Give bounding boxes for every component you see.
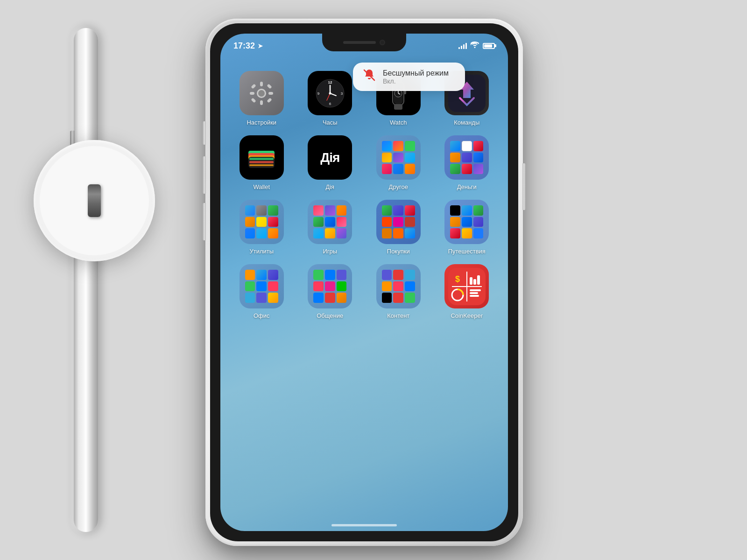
svg-text:9: 9: [317, 91, 320, 96]
clock-icon[interactable]: 12 3 6 9: [308, 71, 352, 115]
svg-rect-37: [249, 161, 274, 163]
svg-rect-38: [249, 164, 274, 166]
battery-fill: [484, 44, 492, 48]
bell-slash-icon: [362, 68, 376, 85]
utilities-folder-icon[interactable]: [240, 200, 284, 244]
iphone-frame: 17:32 ➤: [205, 19, 523, 546]
status-time: 17:32 ➤: [233, 41, 263, 51]
communication-folder-icon[interactable]: [308, 264, 352, 308]
office-folder-icon[interactable]: [240, 264, 284, 308]
mute-switch-detail: [88, 184, 101, 217]
svg-rect-43: [470, 277, 472, 285]
diya-text: Дія: [320, 150, 339, 165]
app-item-clock[interactable]: 12 3 6 9 Часы: [298, 71, 362, 126]
notch-speaker: [343, 41, 376, 44]
shopping-folder-label: Покупки: [387, 248, 410, 255]
travel-folder-grid: [446, 202, 487, 242]
signal-bars-icon: [458, 42, 467, 49]
wallet-label: Wallet: [253, 183, 270, 190]
app-item-office[interactable]: Офис: [230, 264, 294, 319]
communication-folder-grid: [310, 266, 350, 307]
shopping-folder-grid: [378, 202, 419, 242]
money-folder-label: Деньги: [457, 183, 477, 190]
svg-rect-48: [470, 292, 478, 294]
iphone-screen: 17:32 ➤: [220, 34, 508, 531]
svg-text:12: 12: [328, 80, 332, 84]
settings-label: Настройки: [247, 119, 276, 126]
games-folder-icon[interactable]: [308, 200, 352, 244]
diya-icon[interactable]: Дія: [308, 135, 352, 180]
notch-camera: [380, 40, 385, 45]
battery-icon: [483, 43, 495, 49]
silent-mode-title: Бесшумный режим: [383, 69, 449, 77]
svg-rect-36: [249, 158, 274, 160]
app-item-content[interactable]: Контент: [366, 264, 430, 319]
phone-side-view: [74, 28, 98, 532]
silent-mode-status: Вкл.: [383, 77, 449, 85]
utilities-folder-label: Утилиты: [249, 248, 274, 255]
app-item-games[interactable]: Игры: [298, 200, 362, 255]
travel-folder-label: Путешествия: [448, 248, 486, 255]
svg-rect-44: [473, 279, 476, 285]
utilities-folder-grid: [241, 202, 282, 242]
content-folder-icon[interactable]: [376, 264, 421, 308]
notch: [322, 34, 406, 51]
svg-text:6: 6: [329, 102, 331, 106]
other-folder-label: Другое: [389, 183, 408, 190]
wifi-icon: [471, 42, 479, 50]
svg-point-2: [258, 90, 265, 97]
communication-folder-label: Общение: [317, 312, 343, 319]
app-item-coinkeeper[interactable]: $: [435, 264, 499, 319]
app-item-other[interactable]: Другое: [366, 135, 430, 190]
watch-label: Watch: [390, 119, 407, 126]
games-folder-label: Игры: [323, 248, 337, 255]
games-folder-grid: [310, 202, 350, 242]
svg-rect-3: [260, 82, 263, 86]
svg-rect-9: [251, 98, 256, 103]
office-folder-grid: [241, 266, 282, 307]
diya-label: Дія: [325, 183, 334, 190]
app-item-communication[interactable]: Общение: [298, 264, 362, 319]
magnifier-circle: [34, 140, 155, 261]
silent-mode-notification: Бесшумный режим Вкл.: [353, 63, 465, 91]
svg-rect-24: [394, 104, 402, 110]
svg-rect-47: [470, 289, 481, 291]
coinkeeper-label: CoinKeeper: [451, 312, 483, 319]
status-icons: [458, 42, 495, 50]
volume-up-main: [203, 156, 206, 194]
content-folder-grid: [378, 266, 419, 307]
power-button-main: [522, 163, 526, 210]
shopping-folder-icon[interactable]: [376, 200, 421, 244]
time-display: 17:32: [233, 41, 255, 51]
wallet-icon[interactable]: [240, 135, 284, 180]
mute-switch-main: [203, 121, 206, 145]
app-item-shopping[interactable]: Покупки: [366, 200, 430, 255]
iphone-bezel: 17:32 ➤: [210, 23, 518, 541]
silent-text-block: Бесшумный режим Вкл.: [383, 69, 449, 85]
app-item-diya[interactable]: Дія Дія: [298, 135, 362, 190]
app-item-money[interactable]: Деньги: [435, 135, 499, 190]
app-item-wallet[interactable]: Wallet: [230, 135, 294, 190]
app-grid: Настройки 12 3 6 9: [220, 66, 508, 324]
svg-rect-6: [268, 92, 273, 95]
other-folder-icon[interactable]: [376, 135, 421, 180]
svg-rect-8: [267, 84, 272, 89]
settings-icon[interactable]: [240, 71, 284, 115]
coinkeeper-icon[interactable]: $: [444, 264, 489, 308]
svg-text:3: 3: [341, 91, 343, 96]
svg-text:$: $: [455, 274, 460, 284]
magnifier-inner: [40, 146, 149, 255]
app-item-travel[interactable]: Путешествия: [435, 200, 499, 255]
clock-label: Часы: [323, 119, 338, 126]
travel-folder-icon[interactable]: [444, 200, 489, 244]
app-item-utilities[interactable]: Утилиты: [230, 200, 294, 255]
app-item-settings[interactable]: Настройки: [230, 71, 294, 126]
money-folder-icon[interactable]: [444, 135, 489, 180]
svg-rect-49: [470, 295, 479, 297]
office-folder-label: Офис: [254, 312, 270, 319]
svg-point-19: [329, 92, 331, 94]
location-icon: ➤: [258, 42, 263, 49]
volume-down-main: [203, 203, 206, 240]
svg-rect-4: [260, 100, 263, 105]
money-folder-grid: [446, 137, 487, 178]
